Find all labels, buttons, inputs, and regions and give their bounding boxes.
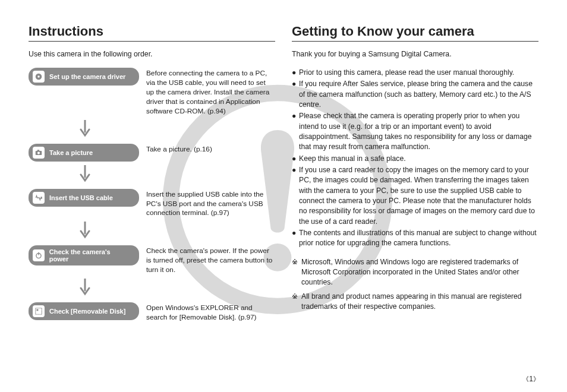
step-pill-insert-usb: Insert the USB cable (29, 189, 139, 207)
step-row: Set up the camera driver Before connecti… (29, 68, 275, 116)
down-arrow-icon (80, 222, 275, 242)
getting-to-know-column: Getting to Know your camera Thank you fo… (292, 24, 538, 325)
step-row: Check the camera's power Check the camer… (29, 245, 275, 275)
step-row: Insert the USB cable Insert the supplied… (29, 189, 275, 219)
page-number: 1 (522, 375, 540, 384)
instructions-title: Instructions (29, 24, 275, 42)
thanks-text: Thank you for buying a Samsung Digital C… (292, 50, 538, 58)
step-label: Take a picture (49, 149, 93, 156)
step-label: Check [Removable Disk] (49, 308, 125, 315)
down-arrow-icon (80, 165, 275, 185)
step-label: Check the camera's power (49, 248, 131, 263)
step-pill-removable-disk: Check [Removable Disk] (29, 302, 139, 320)
usb-icon (33, 192, 45, 204)
getting-to-know-title: Getting to Know your camera (292, 24, 538, 42)
step-pill-setup-driver: Set up the camera driver (29, 68, 139, 86)
list-item: ●If you use a card reader to copy the im… (292, 165, 538, 227)
trademark-notes: ※Microsoft, Windows and Windows logo are… (292, 257, 538, 312)
list-item: ※All brand and product names appearing i… (292, 292, 538, 312)
down-arrow-icon (80, 279, 275, 299)
power-icon (33, 249, 45, 261)
step-text: Take a picture. (p.16) (146, 144, 275, 154)
instructions-subtitle: Use this camera in the following order. (29, 50, 275, 58)
svg-rect-11 (37, 309, 39, 311)
step-row: Check [Removable Disk] Open Windows's EX… (29, 302, 275, 323)
svg-point-5 (37, 151, 40, 154)
step-label: Insert the USB cable (49, 194, 113, 201)
list-item: ●Keep this manual in a safe place. (292, 154, 538, 164)
list-item: ●Please check that the camera is operati… (292, 111, 538, 152)
step-text: Before connecting the camera to a PC, vi… (146, 68, 275, 116)
step-row: Take a picture Take a picture. (p.16) (29, 144, 275, 162)
list-item: ※Microsoft, Windows and Windows logo are… (292, 257, 538, 288)
instructions-column: Instructions Use this camera in the foll… (29, 24, 275, 325)
svg-rect-10 (36, 308, 42, 315)
svg-rect-6 (37, 150, 39, 151)
cd-icon (33, 71, 45, 83)
step-pill-check-power: Check the camera's power (29, 245, 139, 265)
svg-point-3 (37, 75, 40, 78)
list-item: ●Prior to using this camera, please read… (292, 68, 538, 78)
down-arrow-icon (80, 120, 275, 140)
step-pill-take-picture: Take a picture (29, 144, 139, 162)
step-text: Insert the supplied USB cable into the P… (146, 189, 275, 219)
svg-rect-7 (41, 197, 42, 199)
camera-icon (33, 147, 45, 159)
step-text: Check the camera's power. If the power i… (146, 245, 275, 275)
list-item: ●If you require After Sales service, ple… (292, 79, 538, 110)
step-label: Set up the camera driver (49, 73, 125, 80)
list-item: ●The contents and illustrations of this … (292, 228, 538, 249)
bullet-list: ●Prior to using this camera, please read… (292, 68, 538, 249)
grid-icon (33, 305, 45, 317)
step-text: Open Windows's EXPLORER and search for [… (146, 302, 275, 323)
